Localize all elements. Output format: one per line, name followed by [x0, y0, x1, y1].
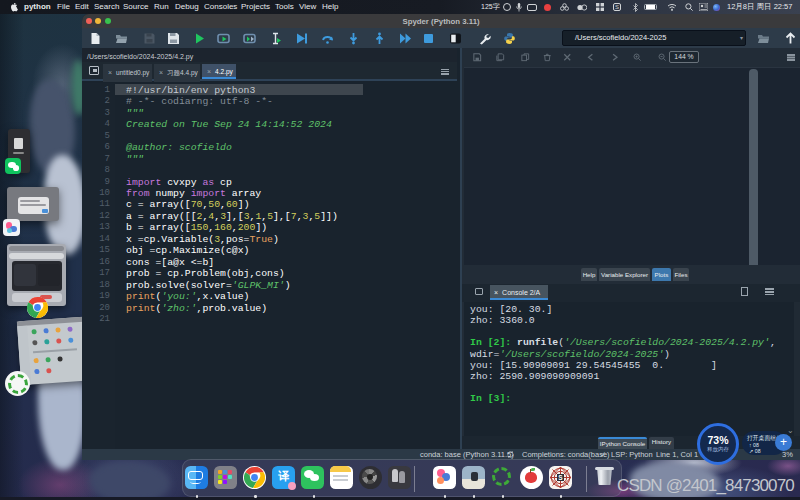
svg-text:S: S [558, 474, 563, 481]
